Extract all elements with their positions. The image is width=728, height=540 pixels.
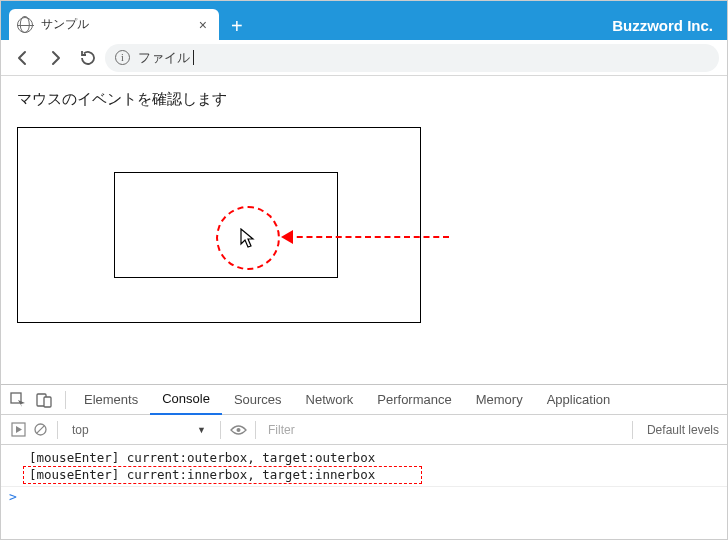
- new-tab-button[interactable]: +: [231, 16, 243, 36]
- context-selector[interactable]: top ▼: [64, 423, 214, 437]
- page-content: マウスのイベントを確認します: [1, 76, 727, 323]
- console-prompt[interactable]: >: [1, 486, 727, 504]
- divider: [255, 421, 256, 439]
- tab-elements[interactable]: Elements: [72, 385, 150, 415]
- brand-label: Buzzword Inc.: [612, 17, 727, 40]
- pointer-arrow-head: [281, 230, 293, 244]
- device-toggle-icon[interactable]: [33, 389, 55, 411]
- outer-box[interactable]: [17, 127, 421, 323]
- log-levels-selector[interactable]: Default levels: [639, 423, 727, 437]
- devtools-tabbar: Elements Console Sources Network Perform…: [1, 385, 727, 415]
- devtools-panel: Elements Console Sources Network Perform…: [1, 384, 727, 539]
- highlight-box: [23, 466, 422, 484]
- address-text: ファイル: [138, 49, 190, 67]
- tab-performance[interactable]: Performance: [365, 385, 463, 415]
- svg-rect-2: [44, 397, 51, 407]
- console-log-line: [mouseEnter] current:outerbox, target:ou…: [1, 449, 727, 466]
- live-expression-icon[interactable]: [227, 419, 249, 441]
- tab-memory[interactable]: Memory: [464, 385, 535, 415]
- tab-application[interactable]: Application: [535, 385, 623, 415]
- divider: [65, 391, 66, 409]
- forward-button[interactable]: [41, 44, 69, 72]
- console-filterbar: top ▼ Filter Default levels: [1, 415, 727, 445]
- console-output: [mouseEnter] current:outerbox, target:ou…: [1, 445, 727, 506]
- browser-toolbar: i ファイル: [1, 40, 727, 76]
- globe-icon: [17, 17, 33, 33]
- svg-point-6: [236, 428, 240, 432]
- svg-line-5: [36, 426, 44, 434]
- tab-sources[interactable]: Sources: [222, 385, 294, 415]
- divider: [632, 421, 633, 439]
- inspect-icon[interactable]: [7, 389, 29, 411]
- close-tab-icon[interactable]: ×: [195, 17, 211, 33]
- divider: [57, 421, 58, 439]
- tab-title: サンプル: [41, 16, 195, 33]
- reload-button[interactable]: [73, 44, 101, 72]
- chevron-down-icon: ▼: [197, 425, 206, 435]
- browser-tab[interactable]: サンプル ×: [9, 9, 219, 40]
- clear-console-icon[interactable]: [29, 419, 51, 441]
- tab-network[interactable]: Network: [294, 385, 366, 415]
- page-heading: マウスのイベントを確認します: [17, 90, 713, 109]
- browser-titlebar: サンプル × + Buzzword Inc.: [1, 1, 727, 40]
- info-icon: i: [115, 50, 130, 65]
- filter-input[interactable]: Filter: [262, 423, 626, 437]
- pointer-arrow-line: [287, 236, 449, 238]
- cursor-icon: [240, 228, 256, 254]
- divider: [220, 421, 221, 439]
- address-bar[interactable]: i ファイル: [105, 44, 719, 72]
- back-button[interactable]: [9, 44, 37, 72]
- execute-icon[interactable]: [7, 419, 29, 441]
- tab-console[interactable]: Console: [150, 385, 222, 415]
- text-caret: [193, 50, 194, 65]
